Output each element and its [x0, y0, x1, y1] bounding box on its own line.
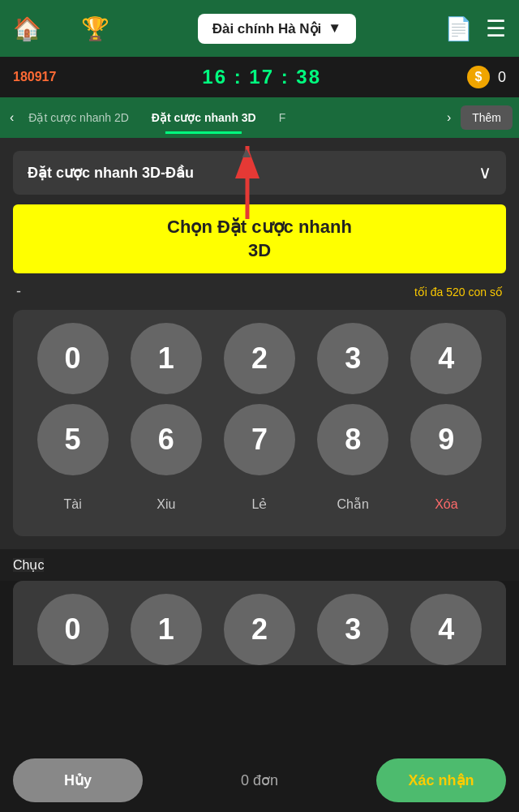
key2-1[interactable]: 1 — [131, 594, 202, 665]
user-id: 180917 — [13, 70, 56, 84]
tab-3d[interactable]: Đặt cược nhanh 3D — [140, 101, 268, 134]
balance-area: $ 0 — [467, 66, 506, 88]
keypad2-row-1: 0 1 2 3 4 — [26, 594, 493, 665]
key2-3[interactable]: 3 — [317, 594, 388, 665]
tabs-scroll: Đặt cược nhanh 2D Đặt cược nhanh 3D F — [17, 101, 444, 134]
cancel-button[interactable]: Hủy — [13, 758, 143, 802]
home-icon[interactable]: 🏠 — [13, 15, 41, 42]
station-label: Đài chính Hà Nội — [212, 20, 322, 37]
key2-0[interactable]: 0 — [37, 594, 109, 665]
key-4[interactable]: 4 — [410, 323, 482, 394]
main-content: Đặt cược nhanh 3D-Đầu ∨ Chọn Đặt cược nh… — [0, 138, 519, 549]
header-right: 📄 ☰ — [444, 15, 506, 42]
keypad-row-1: 0 1 2 3 4 — [26, 323, 493, 394]
key-8[interactable]: 8 — [317, 404, 388, 475]
them-button[interactable]: Thêm — [461, 105, 513, 130]
order-count: 0 đơn — [152, 771, 367, 789]
key-tai[interactable]: Tài — [26, 485, 119, 523]
tooltip-text: Chọn Đặt cược nhanh 3D — [29, 216, 490, 262]
section-divider: Chục — [0, 549, 519, 581]
limit-text: tối đa 520 con số — [414, 286, 503, 299]
input-dash: - — [16, 283, 21, 300]
info-row: - tối đa 520 con số — [13, 283, 506, 300]
key-5[interactable]: 5 — [37, 404, 109, 475]
key-0[interactable]: 0 — [37, 323, 109, 394]
key-3[interactable]: 3 — [317, 323, 388, 394]
header: 🏠 🏆 Đài chính Hà Nội ▼ 📄 ☰ — [0, 0, 519, 57]
tab-f[interactable]: F — [268, 101, 298, 134]
tab-scroll-left[interactable]: ‹ — [6, 110, 17, 125]
dollar-icon: $ — [467, 66, 490, 88]
key-xiu[interactable]: Xiu — [119, 485, 212, 523]
key2-4[interactable]: 4 — [410, 594, 482, 665]
bet-type-dropdown[interactable]: Đặt cược nhanh 3D-Đầu ∨ — [13, 151, 506, 195]
number-keypad: 0 1 2 3 4 5 6 7 8 9 Tài Xiu Lẻ Chẵn Xóa — [13, 310, 506, 536]
document-icon[interactable]: 📄 — [444, 15, 473, 42]
key-chan[interactable]: Chẵn — [307, 485, 400, 523]
trophy-icon[interactable]: 🏆 — [81, 15, 109, 42]
tab-scroll-right[interactable]: › — [444, 110, 454, 125]
confirm-button[interactable]: Xác nhận — [376, 758, 506, 802]
second-keypad: 0 1 2 3 4 — [13, 581, 506, 665]
status-bar: 180917 16 : 17 : 38 $ 0 — [0, 57, 519, 97]
keypad-text-row: Tài Xiu Lẻ Chẵn Xóa — [26, 485, 493, 523]
tabs-container: ‹ Đặt cược nhanh 2D Đặt cược nhanh 3D F … — [0, 97, 519, 138]
balance-value: 0 — [498, 69, 506, 86]
current-time: 16 : 17 : 38 — [202, 66, 321, 88]
key-xoa[interactable]: Xóa — [400, 485, 493, 523]
key-2[interactable]: 2 — [224, 323, 295, 394]
section-label: Chục — [13, 558, 44, 572]
bottom-bar: Hủy 0 đơn Xác nhận — [0, 749, 519, 812]
key-9[interactable]: 9 — [410, 404, 482, 475]
key2-2[interactable]: 2 — [224, 594, 295, 665]
key-1[interactable]: 1 — [131, 323, 202, 394]
dropdown-arrow-icon: ▼ — [328, 20, 341, 37]
station-dropdown[interactable]: Đài chính Hà Nội ▼ — [198, 14, 357, 44]
tooltip-box: Chọn Đặt cược nhanh 3D — [13, 204, 506, 273]
key-7[interactable]: 7 — [224, 404, 295, 475]
bet-type-label: Đặt cược nhanh 3D-Đầu — [28, 164, 194, 182]
key-le[interactable]: Lẻ — [212, 485, 306, 523]
bet-dropdown-arrow-icon: ∨ — [478, 162, 491, 183]
menu-icon[interactable]: ☰ — [486, 15, 506, 42]
keypad-row-2: 5 6 7 8 9 — [26, 404, 493, 475]
tab-2d[interactable]: Đặt cược nhanh 2D — [17, 101, 140, 134]
key-6[interactable]: 6 — [131, 404, 202, 475]
